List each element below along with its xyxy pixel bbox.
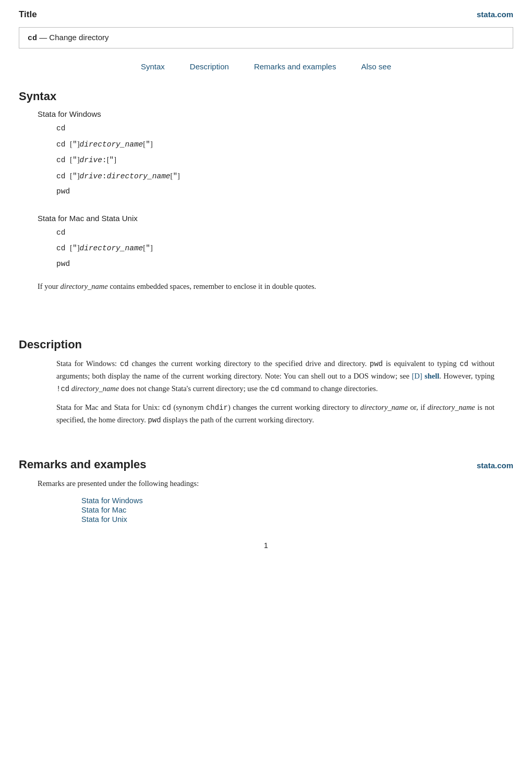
syntax-section: Syntax Stata for Windows cd cd ["]direct… xyxy=(0,80,532,308)
nav-syntax[interactable]: Syntax xyxy=(141,62,165,71)
command-description: Change directory xyxy=(49,33,108,42)
page-title: Title xyxy=(19,9,37,20)
mac-line-2: cd ["]directory_name["] xyxy=(56,241,513,256)
remarks-header: Remarks and examples stata.com xyxy=(19,454,513,478)
description-para2: Stata for Mac and Stata for Unix: cd (sy… xyxy=(56,402,494,427)
mac-line-3: pwd xyxy=(56,257,513,272)
page-header: Title stata.com xyxy=(0,0,532,23)
win-line-3: cd ["]drive:["] xyxy=(56,153,513,168)
em-dash: — xyxy=(39,33,49,42)
remarks-link-unix[interactable]: Stata for Unix xyxy=(81,515,513,524)
win-line-1: cd xyxy=(56,121,513,136)
remarks-link-mac[interactable]: Stata for Mac xyxy=(81,506,513,514)
nav-also-see[interactable]: Also see xyxy=(361,62,391,71)
shell-link[interactable]: [D] shell xyxy=(412,372,439,380)
windows-label: Stata for Windows xyxy=(38,110,513,118)
description-para1: Stata for Windows: cd changes the curren… xyxy=(56,358,494,395)
mac-unix-label: Stata for Mac and Stata Unix xyxy=(38,214,513,223)
mac-line-1: cd xyxy=(56,226,513,240)
page-number: 1 xyxy=(264,541,268,550)
nav-bar: Syntax Description Remarks and examples … xyxy=(0,57,532,80)
syntax-note: If your directory_name contains embedded… xyxy=(38,281,494,293)
syntax-title: Syntax xyxy=(19,90,513,103)
remarks-link-list: Stata for Windows Stata for Mac Stata fo… xyxy=(81,496,513,524)
nav-remarks[interactable]: Remarks and examples xyxy=(254,62,336,71)
description-section: Description Stata for Windows: cd change… xyxy=(0,329,532,438)
remarks-intro: Remarks are presented under the followin… xyxy=(38,478,494,490)
description-title: Description xyxy=(19,338,513,351)
nav-description[interactable]: Description xyxy=(190,62,229,71)
windows-syntax-block: cd cd ["]directory_name["] cd ["]drive:[… xyxy=(56,121,513,199)
remarks-link-windows[interactable]: Stata for Windows xyxy=(81,496,513,505)
page-footer: 1 xyxy=(0,529,532,556)
mac-unix-syntax-block: cd cd ["]directory_name["] pwd xyxy=(56,226,513,272)
command-name: cd xyxy=(28,34,37,43)
win-line-2: cd ["]directory_name["] xyxy=(56,137,513,152)
win-line-5: pwd xyxy=(56,185,513,199)
command-box: cd — Change directory xyxy=(19,27,513,48)
remarks-section: Remarks and examples stata.com Remarks a… xyxy=(0,448,532,529)
win-line-4: cd ["]drive:directory_name["] xyxy=(56,169,513,184)
remarks-title: Remarks and examples xyxy=(19,458,147,471)
remarks-stata-com-link[interactable]: stata.com xyxy=(477,461,513,470)
header-stata-com-link[interactable]: stata.com xyxy=(477,10,513,19)
